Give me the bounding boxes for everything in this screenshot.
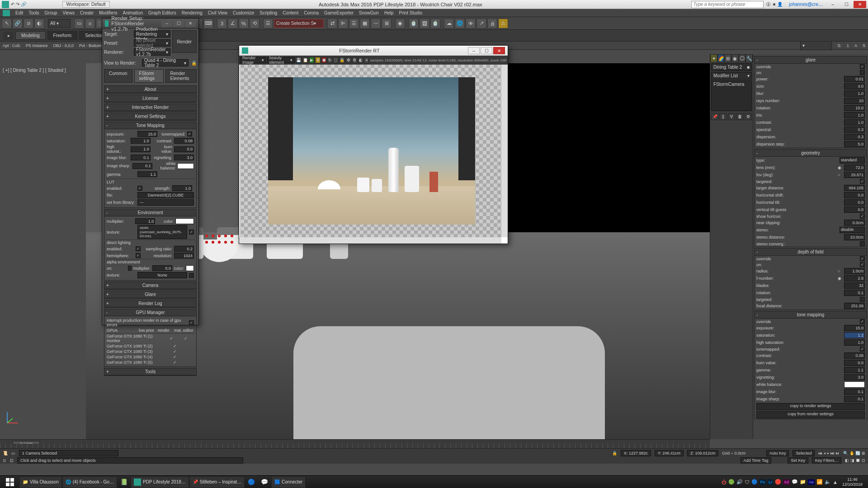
dof-blades-input[interactable] xyxy=(844,282,865,289)
glare-dispersion-input[interactable] xyxy=(844,134,865,140)
menu-snowgun[interactable]: SnowGun xyxy=(359,10,379,15)
tm-burn-input[interactable] xyxy=(844,360,865,366)
tm-exposure-input[interactable] xyxy=(844,325,865,331)
rt-wb-icon[interactable]: ◐ xyxy=(358,57,363,63)
snap-s[interactable]: S xyxy=(863,43,865,48)
lock-selection-icon[interactable]: 🔒 xyxy=(612,451,617,455)
taskbar-item[interactable]: 📗 xyxy=(118,476,130,488)
rs-rollout-tools[interactable]: Tools xyxy=(104,368,196,375)
tab-modify-icon[interactable]: 🌈 xyxy=(717,54,725,62)
select-name-icon[interactable]: ≡ xyxy=(85,19,95,28)
tray-icon[interactable]: 📁 xyxy=(800,479,806,485)
rs-tm-wb-swatch[interactable] xyxy=(177,163,194,169)
env-amult-i[interactable] xyxy=(152,265,172,271)
rs-tm-sharp-i[interactable] xyxy=(132,163,152,169)
tm-contrast-input[interactable] xyxy=(844,352,865,359)
rt-mode-dd[interactable]: Render Image ▾ xyxy=(240,57,266,63)
layers-icon[interactable]: ☰ xyxy=(349,19,359,28)
status-x[interactable]: X: 1227.982c xyxy=(621,450,651,456)
geo-stereoc-check[interactable] xyxy=(860,241,865,246)
rs-tm-exposure-i[interactable] xyxy=(137,131,157,137)
glare-power-input[interactable] xyxy=(844,76,865,82)
env-acolor-swatch[interactable] xyxy=(186,265,194,271)
timeline[interactable]: 0 / 100 xyxy=(0,439,710,448)
tray-photoshop-icon[interactable]: Ps xyxy=(760,479,766,485)
rollout-geometry-header[interactable]: geometry xyxy=(755,150,867,157)
taskbar-item[interactable]: 💬 xyxy=(258,476,271,488)
menu-views[interactable]: Views xyxy=(62,10,75,15)
tray-overflow-icon[interactable]: ▲ xyxy=(833,479,838,485)
tm-imagesharp-input[interactable] xyxy=(844,396,865,402)
rs-preset-dd[interactable]: No preset selected▾ xyxy=(134,39,170,47)
ribbon-tab-modeling[interactable]: Modeling xyxy=(15,31,46,40)
taskbar-item[interactable]: 🌐(4) Facebook - Go… xyxy=(62,476,117,488)
tray-lightroom-icon[interactable]: Lr xyxy=(768,479,773,485)
env-atex-c[interactable] xyxy=(189,273,194,278)
viewport-label[interactable]: [ +] [ Dining Table 2 ] [ Shaded ] xyxy=(3,68,66,73)
geo-hshift-input[interactable] xyxy=(844,192,865,198)
render-online-icon[interactable]: 🌐 xyxy=(455,19,465,28)
render-production-icon[interactable]: 🍵 xyxy=(430,19,440,28)
status-y[interactable]: Y: 246.41cm xyxy=(655,450,684,456)
tm-saturation-input[interactable] xyxy=(844,332,865,338)
bind-icon[interactable]: ◐ xyxy=(34,19,44,28)
menu-rendering[interactable]: Rendering xyxy=(182,10,203,15)
script-btn[interactable]: PS Instance xyxy=(26,43,48,48)
modifier-stack[interactable]: FStormCamera xyxy=(711,80,752,111)
tm-gamma-input[interactable] xyxy=(844,367,865,373)
rt-minimize-button[interactable]: – xyxy=(468,47,480,54)
info-icons[interactable]: 🛈 ★ 👤 xyxy=(766,2,783,7)
geo-nearclip-input[interactable] xyxy=(844,220,865,226)
tab-motion-icon[interactable]: ◉ xyxy=(731,54,739,62)
rs-tab-elements[interactable]: Render Elements xyxy=(165,69,197,83)
tray-icon[interactable]: 🔊 xyxy=(736,479,743,485)
tray-volume-icon[interactable]: 🔈 xyxy=(825,479,831,485)
menu-animation[interactable]: Animation xyxy=(123,10,142,15)
material-editor-icon[interactable]: ◉ xyxy=(395,19,405,28)
glare-size-input[interactable] xyxy=(844,83,865,89)
rt-picker-icon[interactable]: ✜ xyxy=(346,57,351,63)
modifier-list-dd[interactable]: Modifier List▾ xyxy=(711,72,752,80)
ribbon-toggle-icon[interactable]: ▸ xyxy=(4,32,14,40)
selection-lock-icon[interactable]: ⊡ xyxy=(10,458,14,463)
geo-fov-input[interactable] xyxy=(844,172,865,178)
app-menu-icon[interactable] xyxy=(3,10,10,16)
gpu-interrupt-c[interactable]: ✓ xyxy=(189,320,194,325)
show-end-icon[interactable]: || xyxy=(719,113,726,120)
gpu-r-4[interactable]: ✓ xyxy=(173,360,177,365)
angle-snap-icon[interactable]: ∠ xyxy=(228,19,238,28)
spinner-snap-icon[interactable]: ⟲ xyxy=(250,19,259,28)
named-sel-dd[interactable]: Create Selection S▾ xyxy=(274,19,324,28)
rs-tab-fstorm[interactable]: FStorm settings xyxy=(134,69,164,83)
rollout-tonemapping-header[interactable]: tone mapping xyxy=(755,311,867,319)
render-dlg-close[interactable]: ✕ xyxy=(185,20,196,27)
rt-lock-icon[interactable]: 🔒 xyxy=(339,57,345,63)
dof-radius-input[interactable] xyxy=(844,268,865,274)
rs-lut-lib-dd[interactable]: --- xyxy=(137,199,194,206)
signed-in-user[interactable]: johannes@cre… xyxy=(789,2,823,7)
rs-rollout-camera[interactable]: Camera xyxy=(104,282,196,289)
script-btn[interactable]: OBJ - 0,0,0 xyxy=(53,43,74,48)
rollout-dof-header[interactable]: depth of field xyxy=(755,249,867,256)
rs-renderer-dd[interactable]: FStormRender v1.2.7b▾ xyxy=(134,48,170,56)
geo-type-dd[interactable]: standard xyxy=(840,157,865,164)
tray-icon[interactable]: 🟢 xyxy=(728,479,735,485)
keyboard-shortcut-icon[interactable]: ⌨ xyxy=(203,19,213,28)
rs-rollout-interactive[interactable]: Interactive Render xyxy=(104,104,196,111)
glare-rotation-input[interactable] xyxy=(844,105,865,111)
link-icon[interactable]: 🔗 xyxy=(13,19,23,28)
menu-customize[interactable]: Customize xyxy=(233,10,254,15)
env-samp-i[interactable] xyxy=(174,246,194,252)
gpu-r-3[interactable]: ✓ xyxy=(173,355,177,359)
rt-history-icon[interactable]: ≡ xyxy=(364,57,369,63)
menu-content[interactable]: Content xyxy=(283,10,298,15)
menu-grapheditors[interactable]: Graph Editors xyxy=(148,10,176,15)
rs-rollout-about[interactable]: About xyxy=(104,86,196,93)
dof-fdist-input[interactable] xyxy=(844,303,865,309)
select-object-icon[interactable]: ▭ xyxy=(74,19,84,28)
env-res-i[interactable] xyxy=(174,253,194,258)
tray-icon[interactable]: 🛡 xyxy=(745,479,750,485)
rs-tm-blur-i[interactable] xyxy=(131,155,151,160)
warning-icon[interactable]: ⚠ xyxy=(498,19,508,28)
close-button[interactable]: ✕ xyxy=(854,1,866,8)
